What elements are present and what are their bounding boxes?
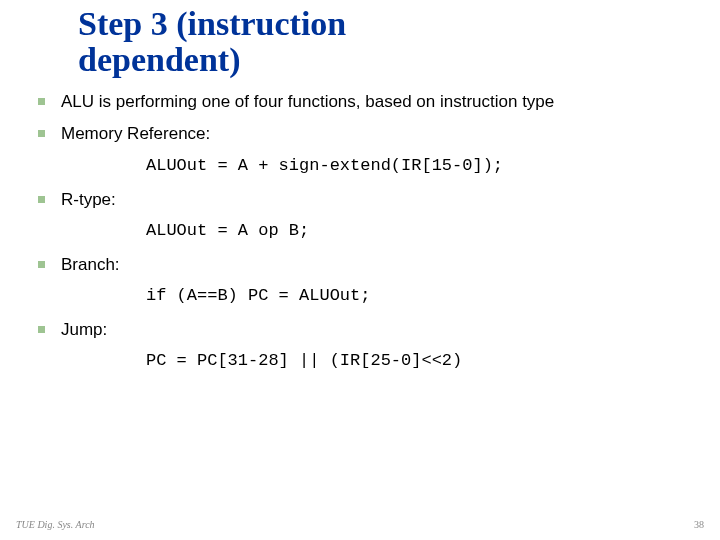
list-item: Branch:	[38, 254, 720, 276]
square-bullet-icon	[38, 196, 45, 203]
list-item: Jump:	[38, 319, 720, 341]
bullet-list: ALU is performing one of four functions,…	[0, 91, 720, 369]
list-item: R-type:	[38, 189, 720, 211]
code-line: ALUOut = A + sign-extend(IR[15-0]);	[38, 156, 720, 175]
code-line: PC = PC[31-28] || (IR[25-0]<<2)	[38, 351, 720, 370]
slide-title-line2: dependent)	[78, 41, 240, 78]
list-item-label: ALU is performing one of four functions,…	[61, 91, 554, 113]
list-item-label: R-type:	[61, 189, 116, 211]
list-item-label: Memory Reference:	[61, 123, 210, 145]
square-bullet-icon	[38, 98, 45, 105]
footer-source: TUE Dig. Sys. Arch	[16, 519, 95, 530]
code-line: ALUOut = A op B;	[38, 221, 720, 240]
list-item-label: Jump:	[61, 319, 107, 341]
square-bullet-icon	[38, 130, 45, 137]
list-item: Memory Reference:	[38, 123, 720, 145]
list-item: ALU is performing one of four functions,…	[38, 91, 720, 113]
slide-title-line1: Step 3 (instruction	[78, 5, 346, 42]
square-bullet-icon	[38, 326, 45, 333]
list-item-label: Branch:	[61, 254, 120, 276]
page-number: 38	[694, 519, 704, 530]
code-line: if (A==B) PC = ALUOut;	[38, 286, 720, 305]
square-bullet-icon	[38, 261, 45, 268]
slide-title: Step 3 (instruction dependent)	[0, 0, 720, 91]
